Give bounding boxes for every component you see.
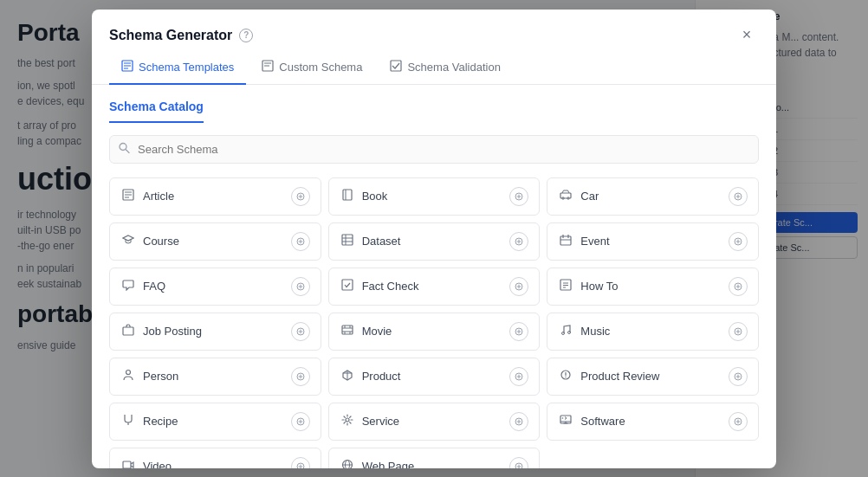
schema-item[interactable]: Video <box>109 448 321 468</box>
schema-add-btn[interactable] <box>291 232 310 251</box>
schema-item-label: Event <box>580 235 609 248</box>
modal-title: Schema Generator <box>109 28 232 43</box>
schema-item-label: Product <box>362 370 401 383</box>
svg-point-74 <box>568 332 571 334</box>
schema-add-btn[interactable] <box>729 187 748 206</box>
schema-item[interactable]: Fact Check <box>328 268 541 306</box>
schema-add-btn[interactable] <box>291 412 310 431</box>
schema-add-btn[interactable] <box>509 367 528 386</box>
section-title-wrapper: Schema Catalog <box>109 99 204 123</box>
dataset-icon <box>340 234 355 248</box>
schema-item[interactable]: How To <box>547 268 759 306</box>
schema-item-left: Video <box>120 459 172 468</box>
schema-add-btn[interactable] <box>291 367 310 386</box>
schema-item[interactable]: Job Posting <box>109 313 321 351</box>
schema-item-label: Job Posting <box>143 325 202 338</box>
schema-item-label: Dataset <box>362 235 401 248</box>
schema-item-left: Job Posting <box>120 324 202 338</box>
modal-title-row: Schema Generator ? <box>109 28 253 43</box>
schema-add-btn[interactable] <box>509 457 528 468</box>
schema-item[interactable]: Article <box>109 177 321 216</box>
schema-add-btn[interactable] <box>509 232 528 251</box>
tab-schema-validation[interactable]: Schema Validation <box>378 51 512 85</box>
search-wrapper <box>109 135 759 164</box>
schema-item[interactable]: Course <box>109 222 321 261</box>
schema-add-btn[interactable] <box>291 277 310 296</box>
schema-item[interactable]: Recipe <box>109 403 321 441</box>
modal-overlay: Schema Generator ? × Schema Templates <box>0 0 868 477</box>
schema-item-left: How To <box>558 279 618 293</box>
schema-item-left: Person <box>120 369 178 384</box>
schema-item-left: Software <box>558 414 625 429</box>
product-icon <box>340 369 355 384</box>
schema-item-label: Recipe <box>143 415 178 428</box>
schema-item[interactable]: FAQ <box>109 268 321 306</box>
schema-add-btn[interactable] <box>291 187 310 206</box>
schema-item-label: Music <box>580 325 610 338</box>
schema-add-btn[interactable] <box>729 367 748 386</box>
schema-add-btn[interactable] <box>509 277 528 296</box>
schema-add-btn[interactable] <box>291 322 310 341</box>
schema-item-label: FAQ <box>143 280 165 293</box>
schema-item-label: Service <box>362 415 399 428</box>
schema-add-btn[interactable] <box>729 277 748 296</box>
schema-item[interactable]: Product Review <box>547 358 759 396</box>
schema-item-label: Article <box>143 190 174 203</box>
schema-add-btn[interactable] <box>291 457 310 468</box>
svg-rect-7 <box>391 61 401 71</box>
schema-item[interactable]: Car <box>547 177 759 216</box>
schema-item-label: Video <box>143 460 172 468</box>
modal-tabs: Schema Templates Custom Schema <box>92 51 776 85</box>
svg-point-113 <box>342 461 352 468</box>
schema-item[interactable]: Service <box>328 403 541 441</box>
schema-item-left: Course <box>120 234 179 248</box>
fact-check-icon <box>340 279 355 293</box>
schema-item-left: Movie <box>340 324 392 338</box>
schema-add-btn[interactable] <box>509 322 528 341</box>
schema-item-label: Product Review <box>580 370 659 383</box>
schema-item-label: Software <box>580 415 625 428</box>
web-page-icon <box>340 459 355 468</box>
music-icon <box>558 324 573 338</box>
schema-item[interactable]: Book <box>328 177 541 216</box>
svg-rect-17 <box>343 190 352 200</box>
schema-item-left: Article <box>120 189 174 203</box>
schema-item-label: Fact Check <box>362 280 419 293</box>
svg-point-89 <box>566 377 567 377</box>
schema-validation-icon <box>390 60 402 74</box>
schema-item[interactable]: Event <box>547 222 759 261</box>
schema-item[interactable]: Software <box>547 403 759 441</box>
recipe-icon <box>120 414 136 429</box>
schema-item[interactable]: Person <box>109 358 321 396</box>
schema-add-btn[interactable] <box>509 412 528 431</box>
schema-add-btn[interactable] <box>729 412 748 431</box>
tab-custom-schema[interactable]: Custom Schema <box>249 51 374 85</box>
schema-item[interactable]: Web Page <box>328 448 541 468</box>
tab-custom-schema-label: Custom Schema <box>279 61 362 74</box>
schema-add-btn[interactable] <box>729 322 748 341</box>
software-icon <box>558 414 573 429</box>
svg-rect-31 <box>342 235 353 245</box>
schema-item[interactable]: Music <box>547 313 759 351</box>
schema-generator-modal: Schema Generator ? × Schema Templates <box>92 10 776 468</box>
schema-item-left: Service <box>340 414 399 429</box>
schema-item-left: Product Review <box>558 369 659 384</box>
tab-schema-templates[interactable]: Schema Templates <box>109 51 246 85</box>
tab-schema-templates-label: Schema Templates <box>139 61 234 74</box>
tab-schema-validation-label: Schema Validation <box>407 61 500 74</box>
close-button[interactable]: × <box>735 23 759 48</box>
svg-point-78 <box>126 371 131 375</box>
schema-item-left: Event <box>558 234 609 248</box>
svg-point-114 <box>345 461 349 468</box>
schema-item[interactable]: Movie <box>328 313 541 351</box>
schema-item[interactable]: Product <box>328 358 541 396</box>
search-schema-input[interactable] <box>109 135 759 164</box>
book-icon <box>340 189 355 203</box>
schema-item[interactable]: Dataset <box>328 222 541 261</box>
svg-rect-59 <box>123 327 133 335</box>
help-icon[interactable]: ? <box>239 29 253 42</box>
schema-add-btn[interactable] <box>729 232 748 251</box>
schema-add-btn[interactable] <box>509 187 528 206</box>
schema-item-label: How To <box>580 280 618 293</box>
video-icon <box>120 459 136 468</box>
